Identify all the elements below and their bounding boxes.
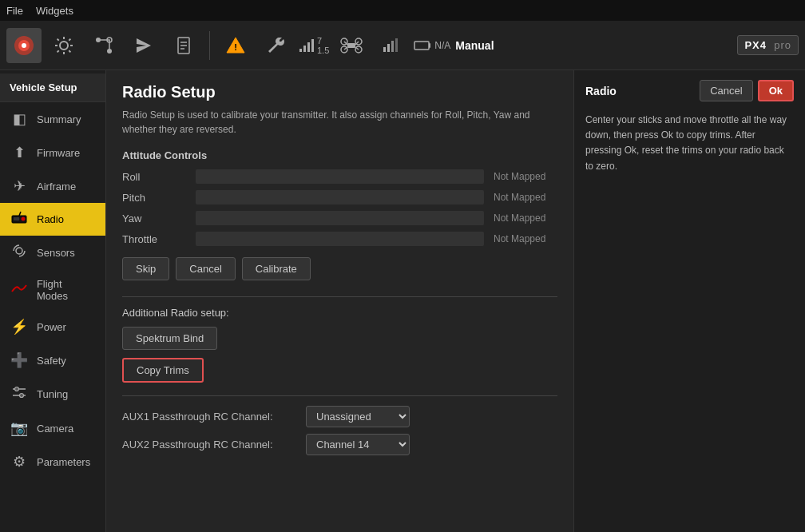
sidebar-item-tuning[interactable]: Tuning [0, 377, 105, 411]
signal-bars-icon [374, 28, 409, 63]
sidebar-label-tuning: Tuning [37, 388, 68, 400]
channel-value-yaw: Not Mapped [494, 212, 557, 224]
svg-point-33 [22, 217, 26, 221]
svg-text:!: ! [234, 42, 237, 52]
svg-rect-35 [14, 217, 19, 220]
camera-icon: 📷 [10, 419, 29, 437]
right-panel-title: Radio [585, 85, 617, 97]
sidebar-label-sensors: Sensors [37, 247, 75, 259]
wrench-icon[interactable] [258, 28, 293, 63]
channel-bar-throttle [196, 232, 484, 246]
settings-icon[interactable] [46, 28, 81, 63]
svg-rect-28 [395, 38, 398, 52]
copy-trims-button[interactable]: Copy Trims [122, 358, 204, 383]
menu-bar: File Widgets [0, 0, 805, 21]
sidebar-item-power[interactable]: ⚡ Power [0, 310, 105, 343]
firmware-icon: ⬆ [10, 144, 29, 161]
sidebar-label-parameters: Parameters [37, 456, 90, 468]
sidebar-item-firmware[interactable]: ⬆ Firmware [0, 136, 105, 169]
channel-label-yaw: Yaw [122, 212, 186, 224]
signal-status: 71.5 [298, 36, 329, 55]
route-icon[interactable] [86, 28, 121, 63]
aux1-row: AUX1 Passthrough RC Channel: Unassigned … [122, 406, 557, 427]
main-layout: Vehicle Setup ◧ Summary ⬆ Firmware ✈ Air… [0, 70, 805, 532]
svg-point-2 [22, 43, 26, 48]
sidebar-label-power: Power [37, 321, 66, 333]
sidebar-item-camera[interactable]: 📷 Camera [0, 411, 105, 445]
channel-bar-yaw [196, 211, 484, 225]
battery-status: N/A [414, 40, 450, 51]
right-panel-buttons: Cancel Ok [700, 80, 794, 101]
sidebar-label-radio: Radio [37, 213, 64, 225]
px4-brand: PX4 pro [737, 35, 799, 55]
calibrate-button[interactable]: Calibrate [242, 257, 311, 280]
channel-value-roll: Not Mapped [494, 171, 557, 182]
aux1-label: AUX1 Passthrough RC Channel: [122, 411, 298, 423]
divider-2 [122, 395, 557, 396]
svg-rect-30 [429, 43, 430, 48]
channel-bar-roll [196, 169, 484, 184]
calibration-buttons: Skip Cancel Calibrate [122, 257, 557, 280]
menu-file[interactable]: File [6, 5, 23, 17]
flight-modes-icon [10, 282, 29, 299]
right-panel-instructions: Center your sticks and move throttle all… [585, 113, 794, 174]
page-title: Radio Setup [122, 83, 557, 101]
panel-cancel-button[interactable]: Cancel [700, 80, 752, 101]
additional-heading: Additional Radio setup: [122, 307, 557, 319]
safety-icon: ➕ [10, 351, 29, 369]
svg-line-36 [19, 212, 21, 216]
aux2-label: AUX2 Passthrough RC Channel: [122, 439, 298, 451]
flight-mode: Manual [455, 39, 494, 52]
channel-label-throttle: Throttle [122, 233, 186, 245]
skip-button[interactable]: Skip [122, 257, 169, 280]
svg-rect-29 [414, 42, 429, 50]
channel-row-yaw: Yaw Not Mapped [122, 211, 557, 225]
aux2-select[interactable]: Unassigned Channel 1 Channel 2 Channel 3… [306, 434, 410, 455]
sensors-icon [10, 244, 29, 262]
sidebar-label-camera: Camera [37, 423, 73, 435]
svg-rect-27 [391, 41, 394, 52]
menu-widgets[interactable]: Widgets [36, 5, 73, 17]
sidebar: Vehicle Setup ◧ Summary ⬆ Firmware ✈ Air… [0, 70, 106, 532]
right-panel-header: Radio Cancel Ok [585, 80, 794, 101]
svg-rect-25 [383, 47, 386, 52]
sidebar-label-firmware: Firmware [37, 147, 80, 159]
home-icon[interactable] [6, 28, 42, 63]
sidebar-item-parameters[interactable]: ⚙ Parameters [0, 445, 105, 478]
svg-rect-16 [347, 43, 355, 48]
channel-value-pitch: Not Mapped [494, 192, 557, 203]
sidebar-item-safety[interactable]: ➕ Safety [0, 343, 105, 377]
parameters-icon: ⚙ [10, 453, 29, 470]
svg-rect-14 [307, 42, 310, 52]
content-description: Radio Setup is used to calibrate your tr… [122, 108, 557, 137]
svg-rect-12 [299, 49, 302, 52]
svg-point-37 [16, 248, 22, 254]
sidebar-item-airframe[interactable]: ✈ Airframe [0, 169, 105, 203]
svg-point-39 [15, 387, 19, 391]
toolbar: ! 71.5 [0, 21, 805, 70]
sidebar-item-radio[interactable]: Radio [0, 203, 105, 236]
sidebar-item-summary[interactable]: ◧ Summary [0, 102, 105, 136]
send-icon[interactable] [126, 28, 161, 63]
channel-label-pitch: Pitch [122, 192, 186, 204]
svg-rect-15 [311, 39, 314, 52]
channel-label-roll: Roll [122, 171, 186, 183]
separator-1 [209, 31, 210, 60]
aux1-select[interactable]: Unassigned Channel 1 Channel 2 Channel 3… [306, 406, 410, 427]
svg-point-3 [60, 42, 68, 50]
content-area: Radio Setup Radio Setup is used to calib… [106, 70, 573, 532]
drone-icon[interactable] [334, 28, 369, 63]
document-icon[interactable] [166, 28, 201, 63]
warning-icon[interactable]: ! [218, 28, 253, 63]
airframe-icon: ✈ [10, 177, 29, 195]
radio-icon [10, 211, 29, 228]
sidebar-label-flight-modes: Flight Modes [37, 278, 96, 302]
channel-value-throttle: Not Mapped [494, 233, 557, 244]
channel-bar-pitch [196, 190, 484, 204]
tuning-icon [10, 385, 29, 403]
panel-ok-button[interactable]: Ok [758, 80, 794, 101]
sidebar-item-sensors[interactable]: Sensors [0, 236, 105, 270]
spektrum-bind-button[interactable]: Spektrum Bind [122, 327, 217, 350]
cancel-button[interactable]: Cancel [176, 257, 235, 280]
sidebar-item-flight-modes[interactable]: Flight Modes [0, 270, 105, 310]
